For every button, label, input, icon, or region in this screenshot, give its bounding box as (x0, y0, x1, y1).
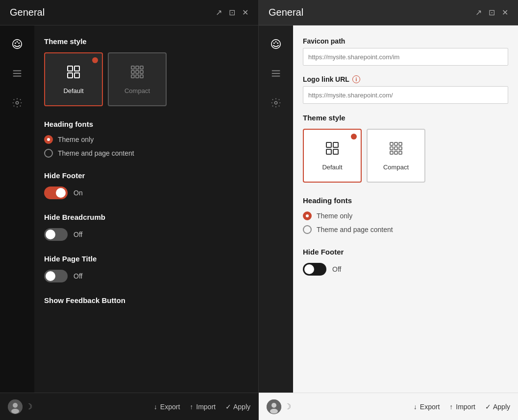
right-apply-button[interactable]: ✓ Apply (485, 403, 510, 411)
left-footer-left: ☽ (8, 399, 32, 414)
left-hide-page-title-knob (46, 271, 55, 281)
right-hide-footer-toggle-row: Off (303, 263, 508, 276)
left-hide-breadcrumb-toggle[interactable] (44, 228, 68, 241)
right-logo-input[interactable] (303, 86, 508, 104)
right-panel-body: Favicon path Logo link URL i Theme style (259, 25, 518, 393)
sidebar-palette-icon[interactable] (8, 35, 26, 53)
right-panel-header: General ↗ ⊡ ✕ (259, 0, 518, 25)
right-panel-footer: ☽ ↓ Export ↑ Import ✓ Apply (259, 393, 518, 420)
left-footer-moon-icon[interactable]: ☽ (25, 402, 32, 411)
left-export-icon: ↓ (154, 403, 157, 411)
left-import-button[interactable]: ↑ Import (190, 403, 216, 411)
left-radio-theme-page[interactable]: Theme and page content (44, 149, 248, 158)
svg-rect-35 (333, 149, 338, 154)
left-export-button[interactable]: ↓ Export (154, 403, 180, 411)
right-theme-style-section: Theme style Default (303, 114, 508, 183)
left-theme-cards: Default (44, 52, 248, 106)
right-close-icon[interactable]: ✕ (502, 8, 508, 17)
right-expand-icon[interactable]: ↗ (475, 8, 482, 17)
right-panel: General ↗ ⊡ ✕ (259, 0, 518, 420)
svg-rect-37 (395, 142, 397, 145)
svg-point-31 (274, 101, 277, 104)
right-hide-footer-label: Off (332, 265, 341, 273)
right-sidebar (259, 25, 293, 393)
right-footer-actions: ↓ Export ↑ Import ✓ Apply (414, 403, 510, 411)
right-logo-info-icon[interactable]: i (352, 75, 360, 83)
right-radio-theme-only[interactable]: Theme only (303, 211, 508, 220)
svg-point-2 (17, 41, 18, 43)
sidebar-settings-icon[interactable] (8, 94, 26, 112)
right-theme-cards: Default (303, 129, 508, 183)
right-sidebar-settings-icon[interactable] (267, 94, 285, 112)
svg-point-24 (271, 40, 280, 48)
svg-rect-16 (136, 70, 139, 73)
left-expand-icon[interactable]: ↗ (216, 8, 222, 17)
left-hide-footer-toggle-row: On (44, 187, 248, 199)
right-header-icons: ↗ ⊡ ✕ (475, 8, 508, 17)
svg-rect-42 (390, 151, 393, 154)
svg-rect-9 (74, 66, 79, 71)
svg-point-1 (15, 43, 16, 44)
left-compact-grid-icon (129, 64, 145, 83)
right-hide-footer-toggle[interactable] (303, 263, 326, 276)
left-hide-footer-title: Hide Footer (44, 171, 248, 180)
right-import-icon: ↑ (449, 403, 453, 411)
right-radio-theme-only-label: Theme only (317, 212, 352, 220)
svg-rect-33 (333, 142, 338, 147)
left-show-feedback-title: Show Feedback Button (44, 296, 248, 304)
svg-rect-12 (131, 66, 134, 69)
left-default-card-label: Default (63, 87, 83, 94)
left-main-content: Theme style Default (34, 25, 258, 393)
left-close-icon[interactable]: ✕ (242, 8, 248, 17)
right-panel-title: General (269, 7, 303, 18)
right-favicon-input[interactable] (303, 48, 508, 66)
right-logo-section: Logo link URL i (303, 75, 508, 104)
left-radio-theme-only[interactable]: Theme only (44, 135, 248, 144)
right-export-button[interactable]: ↓ Export (414, 403, 440, 411)
left-hide-page-title-section: Hide Page Title Off (44, 255, 248, 282)
sidebar-hamburger-icon[interactable] (8, 65, 26, 82)
svg-rect-39 (390, 147, 393, 150)
svg-rect-8 (68, 66, 73, 71)
left-import-icon: ↑ (190, 403, 193, 411)
right-footer-moon-icon[interactable]: ☽ (284, 402, 291, 411)
right-sidebar-hamburger-icon[interactable] (267, 65, 285, 82)
left-hide-page-title-label: Off (74, 272, 82, 280)
left-heading-fonts-section: Heading fonts Theme only Theme and page … (44, 120, 248, 158)
left-hide-page-title-toggle[interactable] (44, 270, 68, 282)
left-apply-button[interactable]: ✓ Apply (225, 403, 250, 411)
right-radio-theme-page-circle (303, 225, 312, 234)
left-theme-card-default[interactable]: Default (44, 52, 103, 106)
left-hide-footer-toggle[interactable] (44, 187, 68, 199)
right-radio-group: Theme only Theme and page content (303, 211, 508, 234)
svg-point-26 (275, 41, 277, 43)
left-show-feedback-section: Show Feedback Button (44, 296, 248, 304)
right-compact-grid-icon (388, 140, 404, 160)
left-theme-card-compact[interactable]: Compact (108, 52, 167, 106)
svg-point-27 (277, 43, 278, 44)
left-radio-theme-only-circle (44, 135, 53, 144)
left-compact-card-label: Compact (124, 87, 150, 94)
left-hide-footer-label: On (74, 189, 83, 197)
left-footer-actions: ↓ Export ↑ Import ✓ Apply (154, 403, 250, 411)
left-panel: General ↗ ⊡ ✕ (0, 0, 259, 420)
right-radio-theme-page[interactable]: Theme and page content (303, 225, 508, 234)
right-theme-style-title: Theme style (303, 114, 508, 122)
svg-rect-38 (399, 142, 402, 145)
left-layout-icon[interactable]: ⊡ (229, 8, 235, 17)
right-hide-footer-section: Hide Footer Off (303, 248, 508, 276)
right-layout-icon[interactable]: ⊡ (489, 8, 495, 17)
svg-rect-18 (131, 75, 134, 78)
left-panel-header: General ↗ ⊡ ✕ (0, 0, 258, 25)
right-import-button[interactable]: ↑ Import (449, 403, 475, 411)
svg-rect-34 (326, 149, 331, 154)
right-theme-card-default[interactable]: Default (303, 129, 362, 183)
right-sidebar-palette-icon[interactable] (267, 35, 285, 53)
left-theme-style-title: Theme style (44, 37, 248, 46)
svg-rect-19 (136, 75, 139, 78)
right-hide-footer-knob (304, 264, 314, 274)
right-theme-card-compact[interactable]: Compact (367, 129, 425, 183)
right-heading-fonts-section: Heading fonts Theme only Theme and page … (303, 196, 508, 234)
right-default-grid-icon (324, 140, 340, 160)
left-heading-fonts-title: Heading fonts (44, 120, 248, 128)
